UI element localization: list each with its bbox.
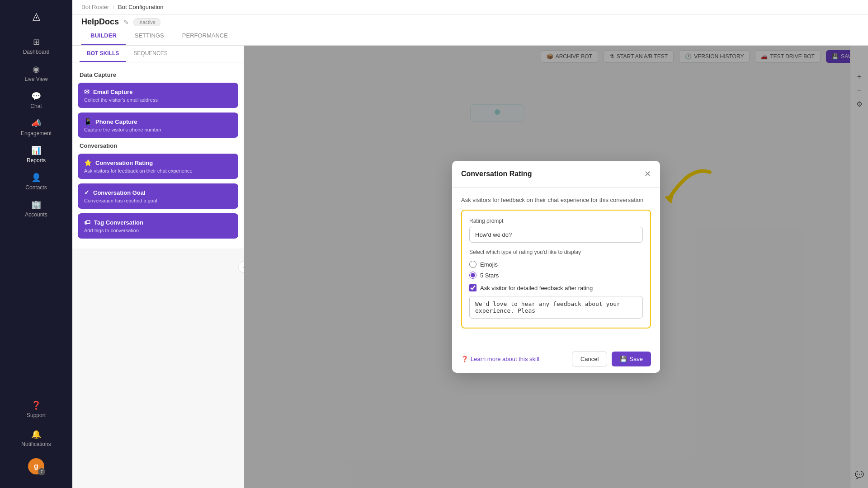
modal-title: Conversation Rating	[461, 170, 532, 178]
rating-type-group: Emojis 5 Stars	[469, 261, 643, 279]
breadcrumb-current: Bot Configuration	[118, 4, 163, 10]
sidebar-item-chat[interactable]: 💬 Chat	[0, 87, 72, 114]
skill-card-desc: Capture the visitor's phone number	[84, 127, 232, 132]
sidebar-item-accounts[interactable]: 🏢 Accounts	[0, 195, 72, 222]
left-panel-wrap: BOT SKILLS SEQUENCES Data Capture ✉ Emai…	[72, 46, 244, 488]
page-title: HelpDocs	[81, 17, 119, 27]
detailed-feedback-label: Ask visitor for detailed feedback after …	[480, 285, 593, 291]
learn-more-link[interactable]: ❓ Learn more about this skill	[461, 356, 539, 362]
sidebar-item-label: Chat	[30, 103, 42, 109]
tab-sequences[interactable]: SEQUENCES	[126, 46, 175, 62]
skill-card-phone-capture[interactable]: 📱 Phone Capture Capture the visitor's ph…	[78, 113, 238, 138]
title-row: HelpDocs ✎ Inactive	[72, 14, 868, 27]
skill-card-desc: Collect the visitor's email address	[84, 97, 232, 103]
sidebar-item-live-view[interactable]: ◉ Live View	[0, 60, 72, 87]
topbar: Bot Roster / Bot Configuration	[72, 0, 868, 14]
sidebar-item-engagement[interactable]: 📣 Engagement	[0, 114, 72, 141]
tab-performance[interactable]: PERFORMANCE	[173, 27, 237, 45]
feedback-textarea[interactable]	[469, 296, 643, 319]
sidebar: ◬ ⊞ Dashboard ◉ Live View 💬 Chat 📣 Engag…	[0, 0, 72, 488]
dashboard-icon: ⊞	[33, 37, 40, 47]
save-skill-button[interactable]: 💾 Save	[612, 352, 651, 366]
accounts-icon: 🏢	[31, 200, 41, 210]
builder-area: BOT SKILLS SEQUENCES Data Capture ✉ Emai…	[72, 46, 868, 488]
highlighted-content-box: Rating prompt Select which type of ratin…	[461, 210, 651, 328]
skill-card-title: Conversation Rating	[95, 160, 153, 166]
rating-prompt-input[interactable]	[469, 227, 643, 243]
email-capture-icon: ✉	[84, 88, 90, 95]
sidebar-item-label: Notifications	[21, 441, 51, 447]
avatar-badge: 7	[38, 468, 45, 475]
sidebar-item-notifications[interactable]: 🔔 Notifications	[0, 425, 72, 452]
detailed-feedback-checkbox[interactable]	[469, 284, 476, 291]
rating-prompt-label: Rating prompt	[469, 218, 643, 224]
logo: ◬	[27, 7, 45, 25]
sidebar-item-support[interactable]: ❓ Support	[0, 396, 72, 423]
sidebar-item-label: Contacts	[25, 184, 47, 191]
skill-card-tag-conversation[interactable]: 🏷 Tag Conversation Add tags to conversat…	[78, 213, 238, 239]
breadcrumb-parent[interactable]: Bot Roster	[81, 4, 109, 10]
footer-buttons: Cancel 💾 Save	[572, 352, 651, 366]
modal-footer: ❓ Learn more about this skill Cancel 💾 S…	[452, 345, 660, 373]
radio-5stars-label: 5 Stars	[480, 272, 499, 279]
notifications-icon: 🔔	[31, 429, 41, 439]
tag-conversation-icon: 🏷	[84, 219, 90, 226]
main-content: Bot Roster / Bot Configuration HelpDocs …	[72, 0, 868, 488]
support-icon: ❓	[31, 400, 41, 410]
avatar-wrap: g 7	[28, 458, 44, 474]
edit-icon[interactable]: ✎	[123, 19, 129, 26]
section-title-data-capture: Data Capture	[80, 71, 238, 78]
radio-emojis[interactable]: Emojis	[469, 261, 643, 268]
modal-body: Ask visitors for feedback on their chat …	[452, 188, 660, 345]
sidebar-item-label: Accounts	[25, 211, 47, 218]
breadcrumb-separator: /	[113, 4, 114, 10]
skill-card-email-capture[interactable]: ✉ Email Capture Collect the visitor's em…	[78, 83, 238, 108]
sidebar-item-reports[interactable]: 📊 Reports	[0, 141, 72, 168]
skill-card-desc: Add tags to conversation	[84, 228, 232, 233]
modal-header: Conversation Rating ✕	[452, 161, 660, 188]
radio-emojis-input[interactable]	[469, 261, 476, 268]
conversation-rating-icon: ⭐	[84, 159, 92, 166]
sidebar-item-label: Live View	[24, 76, 47, 82]
skill-card-title: Email Capture	[93, 89, 132, 95]
skill-card-title: Conversation Goal	[93, 189, 146, 196]
skill-card-conversation-rating[interactable]: ⭐ Conversation Rating Ask visitors for f…	[78, 154, 238, 179]
tab-settings[interactable]: SETTINGS	[126, 27, 173, 45]
sidebar-bottom: ❓ Support 🔔 Notifications g 7	[0, 396, 72, 488]
tab-bot-skills[interactable]: BOT SKILLS	[80, 46, 126, 62]
sidebar-item-label: Dashboard	[23, 49, 50, 55]
cancel-button[interactable]: Cancel	[572, 352, 607, 366]
engagement-icon: 📣	[31, 118, 41, 128]
left-panel: BOT SKILLS SEQUENCES Data Capture ✉ Emai…	[72, 46, 244, 249]
sidebar-item-contacts[interactable]: 👤 Contacts	[0, 168, 72, 195]
rating-type-label: Select which type of rating you'd like t…	[469, 249, 643, 255]
skill-tabs: BOT SKILLS SEQUENCES	[72, 46, 244, 62]
modal-overlay[interactable]: Conversation Rating ✕ Ask visitors for f…	[244, 46, 868, 488]
sidebar-item-label: Reports	[27, 157, 46, 164]
tab-builder[interactable]: BUILDER	[81, 27, 126, 45]
chat-icon: 💬	[31, 91, 41, 101]
modal-close-button[interactable]: ✕	[644, 169, 651, 179]
skill-card-title: Tag Conversation	[94, 219, 143, 226]
modal-description: Ask visitors for feedback on their chat …	[461, 197, 651, 203]
radio-5stars[interactable]: 5 Stars	[469, 272, 643, 279]
live-view-icon: ◉	[33, 64, 40, 74]
reports-icon: 📊	[31, 145, 41, 155]
status-badge: Inactive	[133, 18, 160, 26]
detailed-feedback-row[interactable]: Ask visitor for detailed feedback after …	[469, 284, 643, 291]
radio-5stars-input[interactable]	[469, 272, 476, 279]
section-title-conversation: Conversation	[80, 142, 238, 149]
canvas-area: 📦 ARCHIVE BOT ⚗ START AN A/B TEST 🕐 VERS…	[244, 46, 868, 488]
sidebar-item-dashboard[interactable]: ⊞ Dashboard	[0, 33, 72, 60]
skill-card-desc: Ask visitors for feedback on their chat …	[84, 168, 232, 174]
skill-card-title: Phone Capture	[95, 118, 137, 125]
sidebar-item-label: Engagement	[21, 130, 52, 136]
info-icon: ❓	[461, 356, 468, 362]
conversation-goal-icon: ✓	[84, 189, 90, 196]
save-skill-icon: 💾	[620, 356, 627, 362]
modal-conversation-rating: Conversation Rating ✕ Ask visitors for f…	[452, 161, 660, 373]
skill-list: Data Capture ✉ Email Capture Collect the…	[72, 62, 244, 249]
sidebar-item-user[interactable]: g 7	[0, 454, 72, 479]
contacts-icon: 👤	[31, 173, 41, 183]
skill-card-conversation-goal[interactable]: ✓ Conversation Goal Conversation has rea…	[78, 183, 238, 209]
